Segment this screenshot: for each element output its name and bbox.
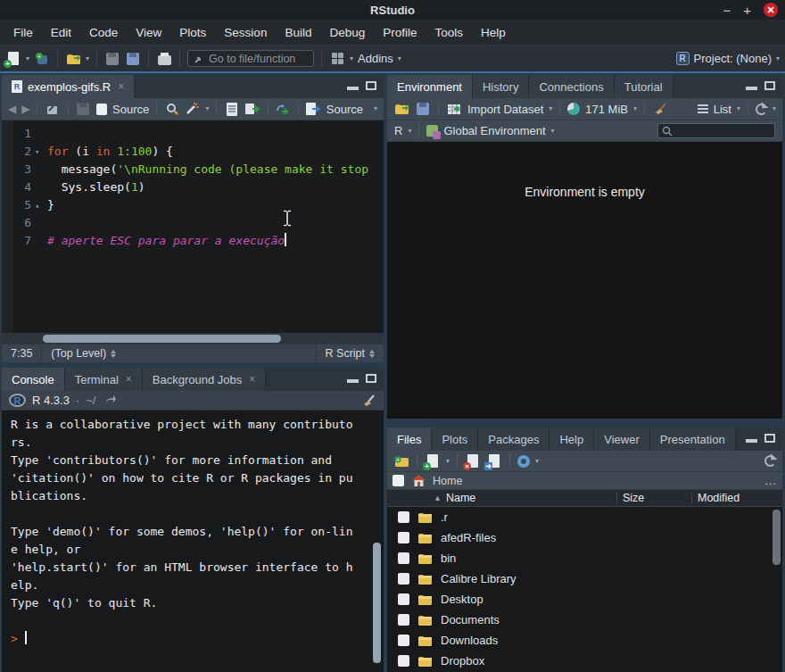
file-name[interactable]: Desktop — [441, 593, 483, 606]
file-name[interactable]: Documents — [441, 613, 500, 626]
tab-viewer[interactable]: Viewer — [594, 427, 650, 451]
list-view-caret-icon[interactable]: ▾ — [737, 105, 740, 112]
menu-debug[interactable]: Debug — [321, 23, 373, 42]
clear-environment-icon[interactable] — [652, 101, 668, 117]
minimize-pane-icon[interactable] — [347, 81, 359, 90]
open-file-icon[interactable] — [65, 51, 81, 67]
menu-tools[interactable]: Tools — [426, 23, 471, 42]
tab-plots[interactable]: Plots — [432, 427, 478, 451]
forward-icon[interactable]: ▶ — [21, 103, 29, 115]
list-view-button[interactable]: List — [714, 103, 731, 116]
file-name[interactable]: bin — [441, 552, 456, 565]
source-button-label[interactable]: Source — [326, 103, 363, 116]
file-checkbox[interactable] — [398, 655, 409, 667]
editor-horizontal-scrollbar[interactable] — [2, 333, 384, 344]
tab-history[interactable]: History — [473, 75, 529, 98]
project-menu-button[interactable]: Project: (None) — [694, 52, 772, 65]
refresh-files-icon[interactable] — [764, 455, 776, 467]
column-name[interactable]: ▲ Name — [387, 492, 617, 504]
maximize-pane-icon[interactable] — [366, 81, 376, 90]
new-file-icon[interactable]: + — [5, 51, 21, 67]
save-source-icon[interactable] — [76, 101, 91, 117]
tab-files[interactable]: Files — [387, 427, 432, 451]
open-file-caret-icon[interactable]: ▾ — [86, 55, 89, 62]
language-caret-icon[interactable]: ▾ — [408, 128, 411, 135]
language-selector[interactable]: R — [394, 124, 402, 137]
save-all-icon[interactable] — [125, 51, 141, 67]
file-name[interactable]: Downloads — [441, 634, 498, 647]
filetype-spinner-icon[interactable] — [369, 350, 375, 358]
file-name[interactable]: Calibre Library — [441, 572, 516, 585]
run-line-icon[interactable] — [245, 101, 260, 117]
minimize-pane-icon[interactable] — [347, 374, 359, 383]
console-output[interactable]: R is a collaborative project with many c… — [2, 411, 384, 672]
find-replace-icon[interactable] — [164, 101, 179, 117]
file-row-downloads[interactable]: Downloads — [387, 630, 782, 651]
menu-code[interactable]: Code — [81, 23, 126, 42]
maximize-pane-icon[interactable] — [764, 81, 775, 90]
file-row-desktop[interactable]: Desktop — [387, 589, 782, 610]
menu-profile[interactable]: Profile — [375, 23, 425, 42]
new-blank-file-icon[interactable]: + — [425, 453, 441, 469]
file-row-dropbox[interactable]: Dropbox — [387, 651, 782, 671]
tab-console[interactable]: Console — [2, 368, 65, 391]
minimize-pane-icon[interactable] — [746, 434, 757, 443]
source-on-save-checkbox[interactable] — [96, 104, 107, 115]
close-window-button[interactable]: ✕ — [764, 3, 778, 17]
file-row-calibre-library[interactable]: Calibre Library — [387, 568, 782, 589]
tab-background-jobs[interactable]: Background Jobs× — [143, 368, 266, 391]
tab-terminal[interactable]: Terminal× — [65, 368, 143, 391]
goto-file-function-input[interactable]: Go to file/function — [187, 50, 314, 67]
file-row-afedr-files[interactable]: afedR-files — [387, 527, 782, 548]
import-dataset-caret-icon[interactable]: ▾ — [549, 105, 552, 112]
file-checkbox[interactable] — [398, 635, 409, 646]
home-icon[interactable] — [410, 473, 426, 489]
file-name[interactable]: .r — [441, 510, 448, 524]
tab-environment[interactable]: Environment — [387, 75, 473, 98]
panes-layout-caret-icon[interactable]: ▾ — [350, 55, 353, 62]
more-commands-caret-icon[interactable]: ▾ — [535, 458, 539, 465]
menu-file[interactable]: File — [5, 23, 41, 42]
minimize-pane-icon[interactable] — [746, 81, 757, 90]
column-size[interactable]: Size — [617, 492, 692, 504]
environment-search-input[interactable] — [657, 123, 775, 138]
print-icon[interactable] — [156, 51, 172, 67]
menu-help[interactable]: Help — [473, 23, 514, 42]
copy-file-icon[interactable]: ➜ — [486, 453, 502, 469]
memory-caret-icon[interactable]: ▾ — [633, 105, 637, 112]
menu-edit[interactable]: Edit — [43, 23, 79, 42]
clear-console-icon[interactable] — [360, 393, 376, 409]
more-file-commands-icon[interactable] — [517, 455, 530, 468]
refresh-environment-icon[interactable] — [756, 104, 767, 115]
tab-tutorial[interactable]: Tutorial — [615, 75, 673, 98]
rerun-icon[interactable] — [276, 101, 291, 117]
file-name[interactable]: afedR-files — [441, 531, 496, 544]
file-row-bin[interactable]: bin — [387, 548, 782, 568]
file-checkbox[interactable] — [398, 593, 409, 605]
minimize-window-button[interactable]: − — [723, 4, 731, 17]
panes-layout-icon[interactable] — [329, 51, 345, 67]
back-icon[interactable]: ◀ — [8, 103, 16, 115]
code-tools-icon[interactable] — [185, 101, 200, 117]
menu-plots[interactable]: Plots — [171, 23, 214, 42]
maximize-pane-icon[interactable] — [764, 434, 775, 443]
menu-build[interactable]: Build — [277, 23, 319, 42]
new-folder-icon[interactable]: + — [393, 453, 409, 469]
menu-session[interactable]: Session — [216, 23, 275, 42]
tab-connections[interactable]: Connections — [529, 75, 614, 98]
show-in-new-window-icon[interactable] — [45, 101, 60, 117]
tab-packages[interactable]: Packages — [478, 427, 550, 451]
file-type-selector[interactable]: R Script — [317, 347, 384, 360]
column-modified[interactable]: Modified — [692, 492, 782, 504]
scrollbar-thumb[interactable] — [43, 335, 281, 343]
refresh-caret-icon[interactable]: ▾ — [773, 105, 776, 112]
file-checkbox[interactable] — [398, 511, 409, 523]
file-checkbox[interactable] — [398, 532, 409, 543]
new-project-icon[interactable]: + — [34, 51, 50, 67]
fold-arrow-icon[interactable]: ▾ — [35, 143, 45, 161]
addins-caret-icon[interactable]: ▾ — [398, 55, 401, 62]
select-all-checkbox[interactable] — [392, 475, 404, 486]
file-checkbox[interactable] — [398, 614, 409, 626]
delete-file-icon[interactable]: × — [465, 453, 481, 469]
console-prompt-line[interactable]: > — [11, 630, 375, 648]
